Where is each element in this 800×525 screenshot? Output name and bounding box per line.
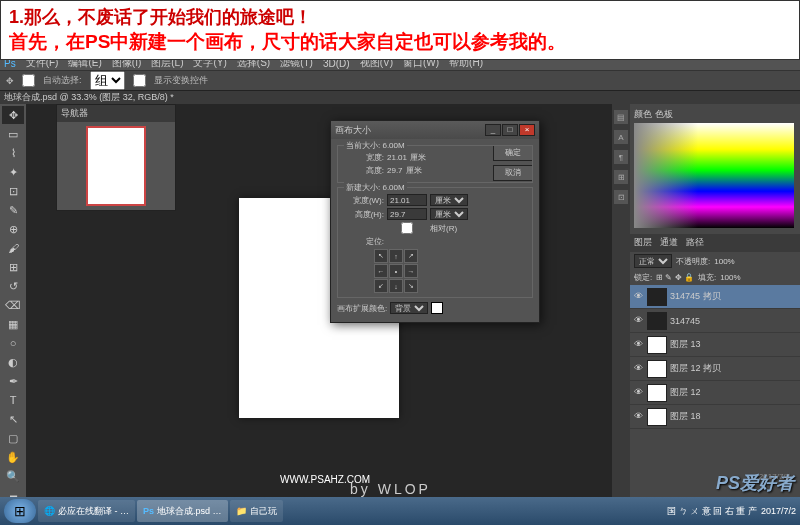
color-swatch-icon[interactable] xyxy=(431,302,443,314)
dialog-titlebar[interactable]: 画布大小 _ □ × xyxy=(331,121,539,139)
dodge-tool[interactable]: ◐ xyxy=(2,353,24,371)
path-tool[interactable]: ↖ xyxy=(2,410,24,428)
eraser-tool[interactable]: ⌫ xyxy=(2,296,24,314)
layer-name: 314745 拷贝 xyxy=(670,290,721,303)
layer-name: 图层 12 拷贝 xyxy=(670,362,721,375)
panel-icon[interactable]: ▤ xyxy=(614,110,628,124)
visibility-icon[interactable]: 👁 xyxy=(632,315,644,327)
relative-checkbox[interactable] xyxy=(387,222,427,234)
auto-select-checkbox[interactable] xyxy=(22,74,35,87)
wand-tool[interactable]: ✦ xyxy=(2,163,24,181)
layer-row[interactable]: 👁图层 13 xyxy=(630,333,800,357)
stamp-tool[interactable]: ⊞ xyxy=(2,258,24,276)
paths-tab[interactable]: 路径 xyxy=(686,236,704,250)
anchor-grid[interactable]: ↖↑↗←•→↙↓↘ xyxy=(374,249,482,293)
navigator-title: 导航器 xyxy=(57,105,175,122)
tutorial-line2: 首先，在PS中新建一个画布，尺寸的话大家自定也可以参考我的。 xyxy=(9,29,791,55)
layer-row[interactable]: 👁314745 拷贝 xyxy=(630,285,800,309)
hand-tool[interactable]: ✋ xyxy=(2,448,24,466)
new-height-label: 高度(H): xyxy=(344,209,384,220)
canvas-size-dialog: 画布大小 _ □ × 确定 取消 当前大小: 6.00M 宽度:21.01 厘米… xyxy=(330,120,540,323)
history-brush-tool[interactable]: ↺ xyxy=(2,277,24,295)
tutorial-overlay: 1.那么，不废话了开始我们的旅途吧！ 首先，在PS中新建一个画布，尺寸的话大家自… xyxy=(0,0,800,60)
visibility-icon[interactable]: 👁 xyxy=(632,387,644,399)
panel-icon[interactable]: A xyxy=(614,130,628,144)
crop-tool[interactable]: ⊡ xyxy=(2,182,24,200)
pen-tool[interactable]: ✒ xyxy=(2,372,24,390)
anchor-label: 定位: xyxy=(344,236,384,247)
blend-mode-dropdown[interactable]: 正常 xyxy=(634,254,672,268)
layer-name: 图层 13 xyxy=(670,338,701,351)
layer-row[interactable]: 👁图层 18 xyxy=(630,405,800,429)
task-item[interactable]: 🌐必应在线翻译 - … xyxy=(38,500,135,522)
fill-value[interactable]: 100% xyxy=(720,273,740,282)
lasso-tool[interactable]: ⌇ xyxy=(2,144,24,162)
visibility-icon[interactable]: 👁 xyxy=(632,291,644,303)
eyedropper-tool[interactable]: ✎ xyxy=(2,201,24,219)
swatches-tab[interactable]: 色板 xyxy=(655,109,673,119)
layer-row[interactable]: 👁图层 12 拷贝 xyxy=(630,357,800,381)
shape-tool[interactable]: ▢ xyxy=(2,429,24,447)
lock-icons[interactable]: ⊞ ✎ ✥ 🔒 xyxy=(656,273,694,282)
layer-name: 图层 18 xyxy=(670,410,701,423)
layer-row[interactable]: 👁314745 xyxy=(630,309,800,333)
layer-thumbnail[interactable] xyxy=(647,360,667,378)
visibility-icon[interactable]: 👁 xyxy=(632,339,644,351)
panel-icon[interactable]: ¶ xyxy=(614,150,628,164)
brush-tool[interactable]: 🖌 xyxy=(2,239,24,257)
width-input[interactable] xyxy=(387,194,427,206)
color-picker[interactable] xyxy=(634,123,794,228)
blur-tool[interactable]: ○ xyxy=(2,334,24,352)
layers-tab[interactable]: 图层 xyxy=(634,236,652,250)
auto-select-label: 自动选择: xyxy=(43,74,82,87)
navigator-thumbnail[interactable] xyxy=(86,126,146,206)
right-panels: 颜色 色板 图层 通道 路径 正常 不透明度: 100% 锁定: ⊞ ✎ ✥ 🔒… xyxy=(630,104,800,512)
width-unit-dropdown[interactable]: 厘米 xyxy=(430,194,468,206)
layer-row[interactable]: 👁图层 12 xyxy=(630,381,800,405)
system-tray[interactable]: 国 ㄅ ㄨ 意 回 右 重 产 2017/7/2 xyxy=(667,505,796,518)
visibility-icon[interactable]: 👁 xyxy=(632,363,644,375)
panel-icon[interactable]: ⊞ xyxy=(614,170,628,184)
heal-tool[interactable]: ⊕ xyxy=(2,220,24,238)
start-button[interactable]: ⊞ xyxy=(4,499,36,523)
task-item[interactable]: 📁自己玩 xyxy=(230,500,283,522)
auto-select-dropdown[interactable]: 组 xyxy=(90,71,125,90)
visibility-icon[interactable]: 👁 xyxy=(632,411,644,423)
move-tool-icon: ✥ xyxy=(6,76,14,86)
fill-label: 填充: xyxy=(698,272,716,283)
tray-icons[interactable]: 国 ㄅ ㄨ 意 回 右 重 产 xyxy=(667,505,757,518)
layer-thumbnail[interactable] xyxy=(647,384,667,402)
layer-thumbnail[interactable] xyxy=(647,408,667,426)
current-size-label: 当前大小: 6.00M xyxy=(344,140,407,151)
dialog-close-button[interactable]: × xyxy=(519,124,535,136)
extension-color-label: 画布扩展颜色: xyxy=(337,303,387,314)
height-unit-dropdown[interactable]: 厘米 xyxy=(430,208,468,220)
move-tool[interactable]: ✥ xyxy=(2,106,24,124)
panel-icon[interactable]: ⊡ xyxy=(614,190,628,204)
clock[interactable]: 2017/7/2 xyxy=(761,506,796,516)
options-bar: ✥ 自动选择: 组 显示变换控件 xyxy=(0,70,800,91)
height-input[interactable] xyxy=(387,208,427,220)
color-panel: 颜色 色板 xyxy=(630,104,800,234)
dialog-min-button[interactable]: _ xyxy=(485,124,501,136)
zoom-tool[interactable]: 🔍 xyxy=(2,467,24,485)
show-transform-checkbox[interactable] xyxy=(133,74,146,87)
cur-width-label: 宽度: xyxy=(344,152,384,163)
extension-color-dropdown[interactable]: 背景 xyxy=(390,302,428,314)
marquee-tool[interactable]: ▭ xyxy=(2,125,24,143)
toolbox: ✥ ▭ ⌇ ✦ ⊡ ✎ ⊕ 🖌 ⊞ ↺ ⌫ ▦ ○ ◐ ✒ T ↖ ▢ ✋ 🔍 … xyxy=(0,104,26,512)
type-tool[interactable]: T xyxy=(2,391,24,409)
dialog-max-button[interactable]: □ xyxy=(502,124,518,136)
layer-thumbnail[interactable] xyxy=(647,288,667,306)
layer-thumbnail[interactable] xyxy=(647,312,667,330)
task-item[interactable]: Ps地球合成.psd … xyxy=(137,500,228,522)
opacity-value[interactable]: 100% xyxy=(714,257,734,266)
channels-tab[interactable]: 通道 xyxy=(660,236,678,250)
navigator-panel[interactable]: 导航器 xyxy=(56,104,176,211)
layer-thumbnail[interactable] xyxy=(647,336,667,354)
document-tab-bar: 地球合成.psd @ 33.3% (图层 32, RGB/8) * xyxy=(0,91,800,104)
gradient-tool[interactable]: ▦ xyxy=(2,315,24,333)
document-tab[interactable]: 地球合成.psd @ 33.3% (图层 32, RGB/8) * xyxy=(4,91,174,104)
collapsed-panels: ▤ A ¶ ⊞ ⊡ xyxy=(612,104,630,512)
color-tab[interactable]: 颜色 xyxy=(634,109,652,119)
